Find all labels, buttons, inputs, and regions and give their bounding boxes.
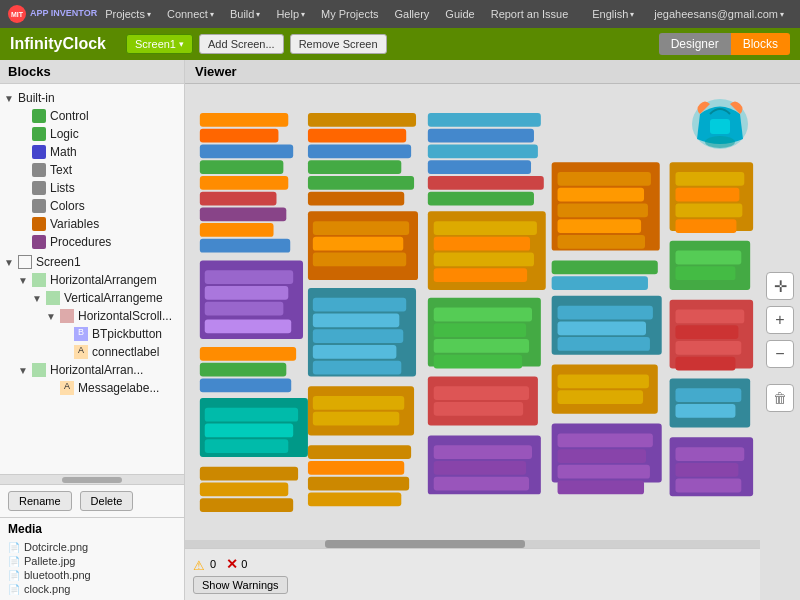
viewer-panel: Viewer <box>185 60 800 600</box>
tree-item-logic[interactable]: Logic <box>14 125 184 143</box>
tree-item-math[interactable]: Math <box>14 143 184 161</box>
svg-rect-82 <box>552 365 658 414</box>
media-item-clock[interactable]: 📄 clock.png <box>8 582 176 596</box>
svg-rect-77 <box>552 276 648 290</box>
hscroll-children: B BTpickbutton A connectlabel <box>42 325 184 361</box>
svg-rect-79 <box>558 306 653 320</box>
tree-item-colors[interactable]: Colors <box>14 197 184 215</box>
nav-right: English ▾ jegaheesans@gmail.com ▾ <box>584 8 792 20</box>
horizontal-scrollbar[interactable] <box>185 540 760 548</box>
svg-rect-108 <box>675 463 738 477</box>
chevron-down-icon: ▾ <box>256 10 260 19</box>
media-item-bluetooth[interactable]: 📄 bluetooth.png <box>8 568 176 582</box>
top-navigation: MIT APP INVENTOR Projects ▾ Connect ▾ Bu… <box>0 0 800 28</box>
zoom-out-button[interactable]: − <box>766 340 794 368</box>
tree-item-horizontal-arr[interactable]: ▼ HorizontalArrangem <box>14 271 184 289</box>
nav-guide[interactable]: Guide <box>437 8 482 20</box>
show-warnings-button[interactable]: Show Warnings <box>193 576 288 594</box>
remove-screen-button[interactable]: Remove Screen <box>290 34 387 54</box>
toolbar: InfinityClock Screen1 ▾ Add Screen... Re… <box>0 28 800 60</box>
svg-rect-3 <box>200 160 284 174</box>
media-item-dotcircle[interactable]: 📄 Dotcircle.png <box>8 540 176 554</box>
tree-item-vertical-arr[interactable]: ▼ VerticalArrangeme <box>28 289 184 307</box>
svg-rect-95 <box>670 241 751 290</box>
svg-rect-35 <box>313 298 406 312</box>
svg-rect-111 <box>710 119 730 134</box>
delete-button[interactable]: Delete <box>80 491 134 511</box>
lists-icon <box>32 181 46 195</box>
built-in-toggle[interactable]: ▼ Built-in <box>0 89 184 107</box>
svg-rect-71 <box>558 172 651 186</box>
tree-item-control[interactable]: Control <box>14 107 184 125</box>
tree-item-horizontal-arr2[interactable]: ▼ HorizontalArran... <box>14 361 184 379</box>
blocks-panel-header: Blocks <box>0 60 184 84</box>
horizontal-scrollbar[interactable] <box>0 474 184 484</box>
svg-rect-94 <box>675 219 736 233</box>
svg-rect-96 <box>675 251 741 265</box>
svg-rect-83 <box>558 374 649 388</box>
nav-language[interactable]: English ▾ <box>584 8 642 20</box>
nav-build[interactable]: Build ▾ <box>222 8 268 20</box>
svg-rect-6 <box>200 207 286 221</box>
svg-rect-74 <box>558 219 642 233</box>
file-icon: 📄 <box>8 584 20 595</box>
chevron-down-icon: ▾ <box>301 10 305 19</box>
svg-rect-63 <box>428 376 538 425</box>
add-screen-button[interactable]: Add Screen... <box>199 34 284 54</box>
screen1-button[interactable]: Screen1 ▾ <box>126 34 193 54</box>
screen1-children: ▼ HorizontalArrangem ▼ VerticalArrangeme <box>0 271 184 397</box>
nav-gallery[interactable]: Gallery <box>386 8 437 20</box>
tree-item-btpick[interactable]: B BTpickbutton <box>56 325 184 343</box>
vertical-arr-icon <box>46 291 60 305</box>
mit-logo[interactable]: MIT APP INVENTOR <box>8 5 97 23</box>
svg-rect-80 <box>558 321 646 335</box>
tree-action-buttons: Rename Delete <box>0 484 184 517</box>
nav-account[interactable]: jegaheesans@gmail.com ▾ <box>646 8 792 20</box>
tree-item-messagelabel[interactable]: A Messagelabe... <box>42 379 184 397</box>
tree-item-text[interactable]: Text <box>14 161 184 179</box>
app-title: InfinityClock <box>10 35 106 53</box>
nav-help[interactable]: Help ▾ <box>268 8 313 20</box>
nav-report-issue[interactable]: Report an Issue <box>483 8 577 20</box>
built-in-section: ▼ Built-in Control Logic <box>0 88 184 252</box>
nav-my-projects[interactable]: My Projects <box>313 8 386 20</box>
tree-item-lists[interactable]: Lists <box>14 179 184 197</box>
messagelabel-icon: A <box>60 381 74 395</box>
move-icon[interactable]: ✛ <box>766 272 794 300</box>
vertical-arr-children: ▼ HorizontalScroll... B BTpickbutton <box>28 307 184 361</box>
svg-rect-42 <box>313 412 399 426</box>
viewer-canvas[interactable]: ✛ + − 🗑 0 ✕ <box>185 84 800 600</box>
warning-area: 0 ✕ 0 Show Warnings <box>193 556 288 594</box>
media-item-pallete[interactable]: 📄 Pallete.jpg <box>8 554 176 568</box>
media-section: Media 📄 Dotcircle.png 📄 Pallete.jpg 📄 bl… <box>0 517 184 600</box>
trash-button[interactable]: 🗑 <box>766 384 794 412</box>
warning-triangle-icon <box>193 558 207 570</box>
error-count: ✕ 0 <box>226 556 247 572</box>
btpick-icon: B <box>74 327 88 341</box>
blocks-workspace[interactable] <box>190 89 760 540</box>
svg-rect-56 <box>434 253 534 267</box>
tree-item-hscroll[interactable]: ▼ HorizontalScroll... <box>42 307 184 325</box>
logic-icon <box>32 127 46 141</box>
control-icon <box>32 109 46 123</box>
zoom-in-button[interactable]: + <box>766 306 794 334</box>
nav-connect[interactable]: Connect ▾ <box>159 8 222 20</box>
svg-rect-50 <box>428 160 531 174</box>
chevron-down-icon: ▾ <box>179 39 184 49</box>
blocks-mode-button[interactable]: Blocks <box>731 33 790 55</box>
svg-rect-54 <box>434 221 537 235</box>
screen1-toggle[interactable]: ▼ Screen1 <box>0 253 184 271</box>
file-icon: 📄 <box>8 556 20 567</box>
horizontal-arr2-icon <box>32 363 46 377</box>
svg-rect-86 <box>558 433 653 447</box>
tree-item-procedures[interactable]: Procedures <box>14 233 184 251</box>
nav-projects[interactable]: Projects ▾ <box>97 8 159 20</box>
error-x-icon: ✕ <box>226 556 238 572</box>
svg-rect-107 <box>675 447 744 461</box>
tree-item-connectlabel[interactable]: A connectlabel <box>56 343 184 361</box>
svg-rect-8 <box>200 239 290 253</box>
tree-item-variables[interactable]: Variables <box>14 215 184 233</box>
svg-rect-23 <box>200 498 293 512</box>
rename-button[interactable]: Rename <box>8 491 72 511</box>
designer-mode-button[interactable]: Designer <box>659 33 731 55</box>
